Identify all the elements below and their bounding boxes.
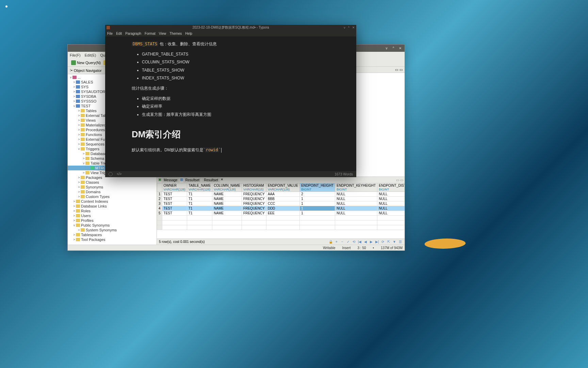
results-toolbar: 🔒 + − ✓ ⟲ |◀ ◀ ▶ ▶| ⟳ ⇱ ▼ ☰ [328,240,403,244]
typora-footer: </> 1673 Words [105,171,356,177]
last-icon[interactable]: ▶| [375,240,379,244]
tab-resultset-1[interactable]: Resultset [183,178,202,183]
lock-icon[interactable]: 🔒 [328,240,333,244]
tree-item[interactable]: vPublic Synonyms [68,223,157,228]
tree-item[interactable]: >System Synonyms [68,228,157,232]
delete-row-icon[interactable]: − [340,240,345,244]
menu-file[interactable]: File [107,32,113,35]
menu-view[interactable]: View [159,32,166,35]
next-icon[interactable]: ▶ [369,240,374,244]
status-dot: • [373,246,374,250]
new-query-label: New Query(N) [77,61,101,65]
body-p3: 默认索引组织表。DM默认的聚簇索引是`rowid` [132,147,330,154]
tab-close-icon[interactable]: ✕ [220,178,223,183]
tree-tab-icon: ⁝• [70,68,72,73]
typora-menubar: File Edit Paragraph Format View Themes H… [105,30,356,36]
panel-maximize-icon[interactable]: ▭ [400,178,403,182]
body-list-2: 确定采样的数据确定采样率生成直方图：频率直方图和等高直方图 [132,95,330,119]
tree-item[interactable]: >Tool Packages [68,237,157,242]
list-item: GATHER_TABLE_STATS [142,51,330,58]
typora-titlebar[interactable]: 2023-02-18-DM8达梦数据库SQL教程.md• - Typora v … [105,25,356,30]
menu-format[interactable]: Format [145,32,156,35]
rollback-icon[interactable]: ⟲ [352,240,356,244]
typora-window: 2023-02-18-DM8达梦数据库SQL教程.md• - Typora v … [105,25,356,177]
minimize-icon[interactable]: v [344,26,345,29]
tree-item[interactable]: >Classes [68,180,157,185]
table-row[interactable]: 2TESTT1NAMEFREQUENCYBBB1NULLNULL [157,197,405,201]
list-item: 确定采样率 [142,103,330,110]
commit-icon[interactable]: ✓ [346,240,350,244]
nav-title: Object Navigator [74,68,102,73]
typora-title: 2023-02-18-DM8达梦数据库SQL教程.md• - Typora [192,25,269,30]
export-icon[interactable]: ⇱ [386,240,391,244]
list-item: TABLE_STATS_SHOW [142,67,330,74]
code-dbms-stats: DBMS_STATS [132,42,158,46]
list-item: INDEX_STATS_SHOW [142,75,330,82]
tree-item[interactable]: >Context Indexes [68,199,157,204]
tree-item[interactable]: >Profiles [68,218,157,223]
tab-message[interactable]: Message [162,178,180,183]
body-line-1-text: 包：收集、删除、查看统计信息 [158,42,216,46]
editor-area[interactable]: DBMS_STATS 包：收集、删除、查看统计信息 GATHER_TABLE_S… [105,36,356,171]
outline-toggle-icon[interactable] [109,172,113,176]
results-summary: 5 row(s), cost 0.001 second(s) [159,240,205,244]
tab-message-icon: ▣ [158,178,161,183]
table-row[interactable]: 4TESTT1NAMEFREQUENCYDDD1NULLNULL [157,206,405,211]
first-icon[interactable]: |◀ [357,240,362,244]
status-writable: Writable [323,246,336,250]
list-item: COLUMN_STATS_SHOW [142,59,330,66]
menu-edit[interactable]: Edit [116,32,122,35]
dbm-statusbar: Writable Insert 3 : 50 • 137M of 943M [68,245,405,250]
status-mode: Insert [342,246,351,250]
table-row[interactable]: 5TESTT1NAMEFREQUENCYEEE1NULLNULL [157,211,405,216]
results-grid[interactable]: OWNERVARCHAR(128)TABLE_NAMEVARCHAR(128)C… [157,183,405,239]
text-cursor [221,148,222,153]
table-row[interactable]: 3TESTT1NAMEFREQUENCYCCC1NULLNULL [157,201,405,206]
body-line-1: DBMS_STATS 包：收集、删除、查看统计信息 [132,41,330,48]
tree-item[interactable]: >Database Links [68,204,157,209]
close-icon[interactable]: ✕ [398,46,403,51]
panel-minimize-icon[interactable]: ▭ [396,178,399,182]
tree-item[interactable]: >Users [68,213,157,218]
word-count[interactable]: 1673 Words [334,172,353,176]
restore-icon[interactable]: ▭ [395,68,398,72]
newquery-icon [71,60,76,65]
status-mem: 137M of 943M [381,246,403,250]
body-list-1: GATHER_TABLE_STATSCOLUMN_STATS_SHOWTABLE… [132,51,330,82]
close-icon[interactable]: ✕ [352,26,355,29]
results-panel: ▣ Message ▦ Resultset Resultset ✕ ▭ ▭ OW… [157,177,405,245]
table-row[interactable]: 1TESTT1NAMEFREQUENCYAAA2NULLNULL [157,192,405,197]
editor-close-icon[interactable]: ▭ [399,68,403,72]
desktop-accent [423,239,468,249]
body-h2: DM索引介绍 [132,126,330,142]
new-query-button[interactable]: New Query(N) [70,60,102,66]
tree-item[interactable]: >Tablespaces [68,232,157,237]
tree-item[interactable]: >Custom Types [68,194,157,199]
menu-themes[interactable]: Themes [169,32,182,35]
minimize-icon[interactable]: v [384,46,389,51]
results-footer: 5 row(s), cost 0.001 second(s) 🔒 + − ✓ ⟲… [157,239,405,245]
typora-app-icon [107,26,110,29]
tree-item[interactable]: >Synonyms [68,185,157,189]
maximize-icon[interactable]: ^ [391,46,396,51]
menu-help[interactable]: Help [185,32,192,35]
add-row-icon[interactable]: + [334,240,339,244]
refresh-icon[interactable]: ⟳ [380,240,385,244]
settings-icon[interactable]: ☰ [398,240,403,244]
menu-file[interactable]: File(F) [70,53,81,57]
filter-icon[interactable]: ▼ [392,240,397,244]
menu-edit[interactable]: Edit(E) [85,53,96,57]
body-p2: 统计信息生成步骤： [132,85,330,92]
tab-rs-icon: ▦ [180,178,183,183]
menu-paragraph[interactable]: Paragraph [125,32,141,35]
list-item: 确定采样的数据 [142,95,330,103]
tree-item[interactable]: >Roles [68,209,157,213]
status-pos: 3 : 50 [358,246,366,250]
list-item: 生成直方图：频率直方图和等高直方图 [142,111,330,119]
prev-icon[interactable]: ◀ [363,240,368,244]
code-rowid: rowid [205,148,219,152]
maximize-icon[interactable]: ^ [348,26,349,29]
source-mode-icon[interactable]: </> [117,172,121,176]
tree-item[interactable]: >Domains [68,189,157,194]
tab-resultset-2[interactable]: Resultset [202,178,220,183]
